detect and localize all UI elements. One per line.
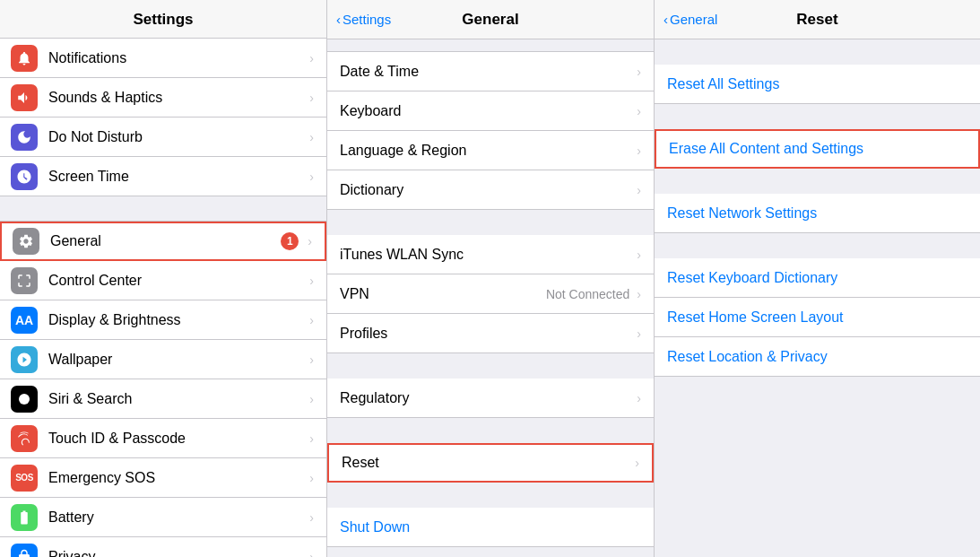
divider [655,233,980,258]
sidebar-item-notifications[interactable]: Notifications › [0,39,326,78]
reset-item-keyboard[interactable]: Reset Keyboard Dictionary [655,258,980,298]
battery-label: Battery [48,509,306,526]
divider [327,210,654,235]
reset-network-label: Reset Network Settings [667,205,967,222]
sidebar-item-donotdisturb[interactable]: Do Not Disturb › [0,117,326,157]
regulatory-label: Regulatory [340,390,633,406]
privacy-icon [11,544,38,558]
display-label: Display & Brightness [48,312,306,328]
chevron-icon: › [309,274,314,288]
chevron-icon: › [637,65,641,79]
sidebar-item-general[interactable]: General 1 › [0,222,326,261]
back-to-settings-button[interactable]: ‹ Settings [336,12,391,27]
reset-homescreen-label: Reset Home Screen Layout [667,309,967,326]
reset-item-all-settings[interactable]: Reset All Settings [655,65,980,104]
svg-point-0 [19,394,30,405]
general-item-dictionary[interactable]: Dictionary › [327,170,654,210]
emergency-label: Emergency SOS [48,470,306,486]
general-item-regulatory[interactable]: Regulatory › [327,379,654,418]
sidebar-item-privacy[interactable]: Privacy › [0,537,326,557]
chevron-icon: › [309,431,314,446]
reset-section-2: Erase All Content and Settings [655,129,980,169]
chevron-icon: › [309,130,314,144]
siri-icon [11,386,38,413]
divider [327,483,654,508]
general-item-language[interactable]: Language & Region › [327,131,654,170]
language-label: Language & Region [340,143,633,159]
reset-all-settings-label: Reset All Settings [667,76,967,92]
keyboard-label: Keyboard [340,103,633,119]
chevron-icon: › [309,510,314,525]
emergency-icon: SOS [11,465,38,492]
reset-title: Reset [796,11,837,29]
notifications-icon [11,45,38,72]
general-item-profiles[interactable]: Profiles › [327,314,654,353]
sidebar-item-siri[interactable]: Siri & Search › [0,379,326,419]
sidebar-item-display[interactable]: AA Display & Brightness › [0,300,326,340]
reset-keyboard-label: Reset Keyboard Dictionary [667,270,967,286]
sidebar-item-touchid[interactable]: Touch ID & Passcode › [0,419,326,458]
profiles-label: Profiles [340,326,633,342]
general-title: General [462,11,518,29]
general-section-2: iTunes WLAN Sync › VPN Not Connected › P… [327,235,654,353]
siri-label: Siri & Search [48,391,306,407]
back-label: Settings [343,12,391,27]
vpn-label: VPN [340,286,546,302]
chevron-icon: › [637,287,641,301]
sidebar-item-battery[interactable]: Battery › [0,498,326,537]
general-badge: 1 [281,232,299,250]
back-chevron-icon: ‹ [663,12,668,27]
chevron-icon: › [308,234,312,248]
general-item-datetime[interactable]: Date & Time › [327,52,654,91]
reset-item-erase-all[interactable]: Erase All Content and Settings [655,129,980,169]
chevron-icon: › [309,91,314,105]
vpn-sublabel: Not Connected [546,287,629,301]
reset-item-network[interactable]: Reset Network Settings [655,194,980,233]
general-icon [13,228,39,255]
chevron-icon: › [309,392,314,406]
reset-item-location[interactable]: Reset Location & Privacy [655,337,980,377]
settings-list: Notifications › Sounds & Haptics › Do No… [0,39,326,557]
touchid-label: Touch ID & Passcode [48,431,306,447]
general-item-vpn[interactable]: VPN Not Connected › [327,274,654,314]
chevron-icon: › [309,313,314,327]
notifications-label: Notifications [48,50,306,66]
sidebar-item-wallpaper[interactable]: Wallpaper › [0,340,326,379]
back-to-general-button[interactable]: ‹ General [663,12,717,27]
general-section-1: Date & Time › Keyboard › Language & Regi… [327,52,654,210]
sidebar-item-emergency[interactable]: SOS Emergency SOS › [0,458,326,498]
reset-list: Reset All Settings Erase All Content and… [655,39,980,557]
reset-label: Reset [342,455,631,471]
sidebar-item-screentime[interactable]: Screen Time › [0,157,326,196]
general-item-keyboard[interactable]: Keyboard › [327,91,654,131]
privacy-label: Privacy [48,549,306,558]
general-item-ituneswlan[interactable]: iTunes WLAN Sync › [327,235,654,274]
settings-header: Settings [0,0,326,39]
chevron-icon: › [309,51,314,65]
battery-icon [11,504,38,531]
general-section-4: Reset › [327,443,654,483]
chevron-icon: › [637,391,641,405]
reset-section-4: Reset Keyboard Dictionary Reset Home Scr… [655,258,980,377]
sidebar-item-controlcenter[interactable]: Control Center › [0,261,326,300]
erase-all-label: Erase All Content and Settings [669,141,966,157]
general-column: ‹ Settings General Date & Time › Keyboar… [327,0,655,557]
general-section-3: Regulatory › [327,379,654,418]
chevron-icon: › [637,104,641,118]
sidebar-item-sounds[interactable]: Sounds & Haptics › [0,78,326,117]
datetime-label: Date & Time [340,64,633,80]
reset-item-homescreen[interactable]: Reset Home Screen Layout [655,298,980,337]
donotdisturb-label: Do Not Disturb [48,129,306,145]
sounds-icon [11,84,38,111]
back-label: General [670,12,717,27]
top-spacer [655,39,980,65]
shutdown-label: Shut Down [340,519,641,535]
reset-location-label: Reset Location & Privacy [667,349,967,365]
general-item-reset[interactable]: Reset › [327,443,654,483]
settings-title: Settings [133,11,193,28]
chevron-icon: › [309,550,314,558]
divider [655,104,980,129]
settings-column: Settings Notifications › Sounds & Haptic… [0,0,327,557]
general-list: Date & Time › Keyboard › Language & Regi… [327,39,654,557]
general-item-shutdown[interactable]: Shut Down [327,508,654,547]
